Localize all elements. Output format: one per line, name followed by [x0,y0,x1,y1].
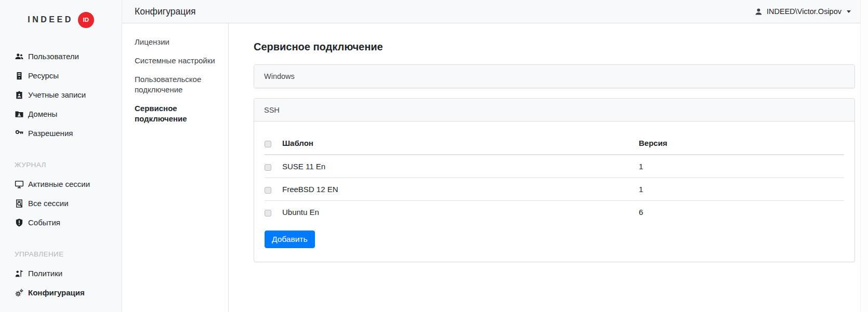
sidebar-nav: Пользователи Ресурсы Учетные записи Доме… [0,47,122,302]
template-version: 6 [639,201,844,224]
user-name: INDEED\Victor.Osipov [767,7,841,16]
user-icon [754,7,763,16]
subnav-item-licenses[interactable]: Лицензии [135,37,216,47]
sidebar-item-label: Домены [28,110,57,118]
page-title: Конфигурация [135,6,195,17]
brand-name: INDEED [28,15,73,24]
sidebar-item-label: Конфигурация [28,288,85,297]
sidebar-item-label: Пользователи [28,52,79,61]
sidebar-item-accounts[interactable]: Учетные записи [0,85,122,104]
sidebar-item-all-sessions[interactable]: Все сессии [0,194,122,213]
sidebar-section-management: УПРАВЛЕНИЕ [0,245,122,264]
sidebar-item-resources[interactable]: Ресурсы [0,66,122,85]
monitor-icon [15,180,24,189]
section-title: Сервисное подключение [254,40,860,53]
shield-alert-icon [15,218,24,227]
sidebar-item-label: События [28,218,60,227]
add-button[interactable]: Добавить [265,230,315,248]
subnav-item-user-connection[interactable]: Пользовательское подключение [135,74,216,95]
scrollbar-track[interactable] [860,0,868,312]
sidebar-item-configuration[interactable]: Конфигурация [0,283,122,302]
windows-panel-header[interactable]: Windows [254,65,854,88]
users-icon [15,52,24,61]
template-version: 1 [639,155,844,178]
folder-user-icon [15,110,24,119]
sidebar-section-journal: ЖУРНАЛ [0,155,122,174]
template-name: Ubuntu En [282,201,639,224]
subnav-item-system-settings[interactable]: Системные настройки [135,56,216,66]
config-subnav: Лицензии Системные настройки Пользовател… [122,23,229,312]
sidebar-item-label: Политики [28,269,62,278]
sidebar-item-users[interactable]: Пользователи [0,47,122,66]
sidebar-item-domains[interactable]: Домены [0,104,122,124]
main-panel: Сервисное подключение Windows SSH Шаблон [229,23,860,312]
ssh-panel-body: Шаблон Версия SUSE 11 En 1 [254,121,854,262]
server-icon [15,71,24,80]
template-version: 1 [639,178,844,201]
subnav-item-service-connection[interactable]: Сервисное подключение [135,103,216,124]
sidebar-item-label: Активные сессии [28,180,90,188]
content-area: Конфигурация INDEED\Victor.Osipov Лиценз… [122,0,860,312]
sidebar-item-policies[interactable]: Политики [0,264,122,283]
gears-icon [15,288,24,297]
template-name: FreeBSD 12 EN [282,178,639,201]
sidebar-item-active-sessions[interactable]: Активные сессии [0,174,122,194]
row-checkbox[interactable] [265,164,271,171]
table-row: SUSE 11 En 1 [265,155,844,178]
table-row: Ubuntu En 6 [265,201,844,224]
table-header-row: Шаблон Версия [265,132,844,155]
primary-sidebar: INDEED ID Пользователи Ресурсы Учетны [0,0,122,312]
sidebar-item-events[interactable]: События [0,213,122,232]
chevron-down-icon [847,10,851,13]
doc-search-icon [15,199,24,208]
row-checkbox[interactable] [265,187,271,194]
sidebar-item-label: Разрешения [28,129,73,138]
column-header-version: Версия [639,132,844,155]
windows-panel: Windows [254,64,855,88]
sidebar-item-permissions[interactable]: Разрешения [0,124,122,143]
id-badge-icon [15,90,24,100]
templates-table: Шаблон Версия SUSE 11 En 1 [265,132,844,223]
policies-icon [15,269,24,278]
template-name: SUSE 11 En [282,155,639,178]
topbar: Конфигурация INDEED\Victor.Osipov [122,0,860,23]
table-row: FreeBSD 12 EN 1 [265,178,844,201]
user-menu[interactable]: INDEED\Victor.Osipov [754,7,851,16]
column-header-template: Шаблон [282,132,639,155]
brand-logo[interactable]: INDEED ID [0,0,122,39]
select-all-checkbox[interactable] [265,141,271,147]
ssh-panel: SSH Шаблон Версия [254,98,855,262]
sidebar-item-label: Все сессии [28,199,69,208]
key-icon [15,129,24,138]
below-topbar: Лицензии Системные настройки Пользовател… [122,23,860,312]
brand-id-icon: ID [78,12,94,28]
sidebar-item-label: Ресурсы [28,71,59,80]
ssh-panel-header[interactable]: SSH [254,99,854,121]
row-checkbox[interactable] [265,210,271,216]
sidebar-item-label: Учетные записи [28,90,86,99]
app-root: INDEED ID Пользователи Ресурсы Учетны [0,0,868,312]
